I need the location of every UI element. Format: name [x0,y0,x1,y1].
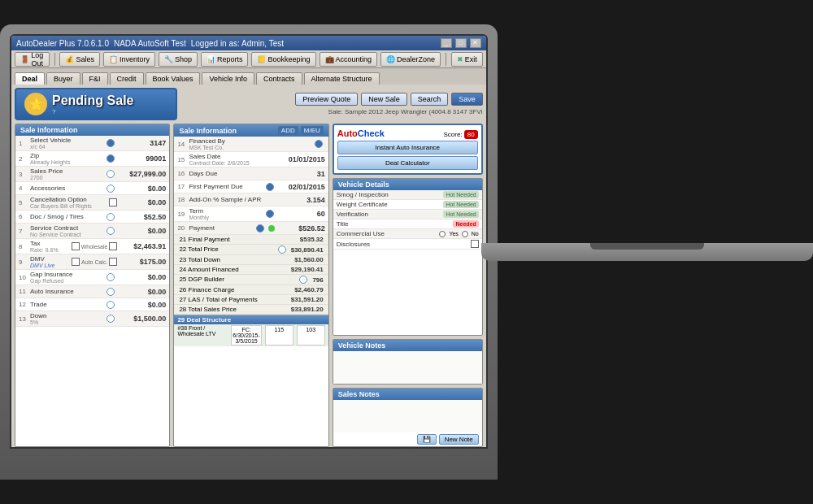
table-row: 8 TaxRate: 8.8% Wholesale $2,463.91 [15,239,169,254]
deal-calculator-button[interactable]: Deal Calculator [337,156,478,170]
tab-buyer[interactable]: Buyer [46,72,80,85]
row-indicator[interactable] [107,227,115,235]
radio-no[interactable] [462,231,468,237]
app-window: AutoDealer Plus 7.0.6.1.0 NADA AutoSoft … [11,36,486,449]
tab-alternate-structure[interactable]: Alternate Structure [304,72,380,85]
save-note-button[interactable]: 💾 [417,434,437,445]
row-label: First Payment Due [189,183,263,190]
row-indicator[interactable] [278,245,286,254]
user-info: Logged in as: Admin, Test [191,39,284,48]
row-num: 4 [19,185,30,192]
row-indicator[interactable] [107,273,115,281]
row-num: 14 [177,141,189,148]
row-indicator[interactable] [107,213,115,221]
vehicle-notes-area[interactable] [333,351,482,384]
close-button[interactable]: ✕ [470,38,481,48]
radio-yes[interactable] [439,231,446,237]
row-indicator[interactable] [315,140,323,148]
row-value: $0.00 [117,198,166,206]
vd-label: Commercial Use [337,230,385,237]
reports-button[interactable]: 📊Reports [201,52,249,67]
dmv-checkbox[interactable] [72,258,80,266]
row-num: 3 [19,171,30,178]
app-subtitle: NADA AutoSoft Test [114,39,186,48]
summary-section: 21 Final Payment $535.32 22 Total Price … [174,235,328,315]
summary-row: 27 LAS / Total of Payments $31,591.20 [174,295,328,305]
deal-structure-header: 29 Deal Structure [174,315,328,324]
vd-label: Smog / Inspection [337,191,389,198]
row-indicator[interactable] [107,315,115,323]
exit-button[interactable]: ✖Exit [451,52,483,67]
radio-yes-label: Yes [449,231,458,237]
accounting-button[interactable]: 💼Accounting [320,52,378,67]
row-indicator[interactable] [266,210,274,218]
autocalc-checkbox[interactable] [109,258,117,266]
row-indicator[interactable] [107,288,115,296]
save-button[interactable]: Save [451,93,483,106]
summary-value: $1,560.00 [294,256,324,263]
row-indicator[interactable] [299,276,307,284]
minimize-button[interactable]: _ [441,38,452,48]
vd-status: Hot Needed [443,201,478,208]
disclosures-checkbox[interactable] [471,240,479,248]
row-indicator[interactable] [266,183,274,191]
row-value: $175.00 [117,258,166,266]
deal-structure: 29 Deal Structure #38 Front / Wholesale … [174,315,328,346]
preview-quote-button[interactable]: Preview Quote [295,93,358,106]
cancellation-checkbox[interactable] [109,198,117,206]
left-panel: Sale Information 1 Select Vehiclex/c 64 … [15,124,170,447]
row-value: $27,999.00 [117,170,166,178]
row-value: 31 [276,170,325,178]
summary-value: $29,190.41 [291,266,324,273]
toolbar-separator2 [446,53,446,66]
table-row: 11 Auto Insurance $0.00 [15,285,169,298]
summary-row: 25 DGP Builder 796 [174,275,328,285]
instant-insurance-button[interactable]: Instant Auto Insurance [337,141,478,154]
search-button[interactable]: Search [411,93,449,106]
tax-checkbox[interactable] [72,242,80,250]
dealerzone-button[interactable]: 🌐DealerZone [380,52,441,67]
row-indicator[interactable] [107,185,115,193]
meu-button[interactable]: M/EU [301,126,324,135]
green-indicator [268,225,275,232]
autocheck-box: AutoCheck Score: 80 Instant Auto Insuran… [333,124,483,175]
tab-contracts[interactable]: Contracts [256,72,302,85]
row-indicator[interactable] [107,170,115,178]
table-row: 5 Cancellation OptionCar Buyers Bill of … [15,195,169,211]
new-sale-button[interactable]: New Sale [361,93,407,106]
autocheck-header: AutoCheck Score: 80 [337,128,478,138]
tab-book-values[interactable]: Book Values [146,72,201,85]
table-row: 16 Days Due 31 [174,167,328,180]
row-indicator[interactable] [107,154,115,163]
add-button[interactable]: ADD [278,126,298,135]
row-num: 15 [177,156,189,163]
wholesale-checkbox[interactable] [109,242,117,250]
row-indicator[interactable] [256,224,264,232]
row-num: 17 [177,183,189,190]
row-value: 01/01/2015 [276,155,325,163]
tab-credit[interactable]: Credit [110,72,144,85]
sales-button[interactable]: 💰Sales [59,52,100,67]
tab-vehicle-info[interactable]: Vehicle Info [202,72,254,85]
bookkeeping-button[interactable]: 📒Bookkeeping [251,52,315,67]
row-num: 12 [19,301,30,308]
sales-notes-area[interactable] [333,400,482,432]
table-row: 17 First Payment Due 02/01/2015 [174,180,328,193]
pending-sale-title: Pending Sale [52,93,133,108]
laptop-base [481,243,813,261]
tab-deal[interactable]: Deal [15,72,45,85]
vd-label: Title [337,220,349,228]
row-indicator[interactable] [107,301,115,309]
row-label: Sales DateContract Date: 2/8/2015 [189,153,276,166]
logout-button[interactable]: 🚪Log Out [15,52,50,67]
vehicle-notes-header: Vehicle Notes [333,340,482,351]
maximize-button[interactable]: □ [455,38,467,48]
new-note-button[interactable]: New Note [439,434,479,445]
columns-container: Sale Information 1 Select Vehiclex/c 64 … [15,124,483,447]
tab-fni[interactable]: F&I [82,72,108,85]
row-label: Trade [30,301,104,308]
row-value: $0.00 [117,301,166,309]
shop-button[interactable]: 🔧Shop [159,52,198,67]
inventory-button[interactable]: 📋Inventory [103,52,155,67]
row-indicator[interactable] [107,139,115,147]
